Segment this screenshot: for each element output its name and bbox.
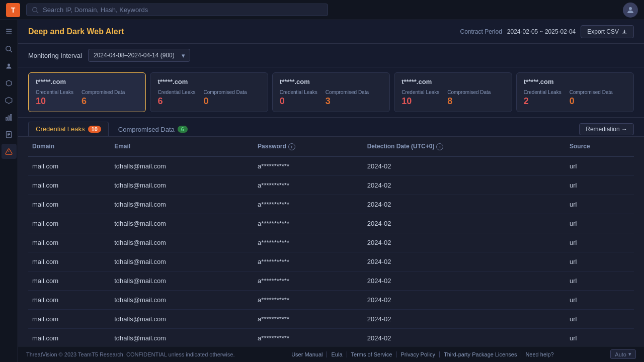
- cell-password-1: a***********: [254, 175, 363, 195]
- cell-domain-9: mail.com: [28, 328, 110, 346]
- cell-date-4: 2024-02: [363, 233, 566, 252]
- table-row: mail.comtdhalls@mail.coma***********2024…: [28, 156, 634, 175]
- cell-email-4: tdhalls@mail.com: [110, 233, 254, 252]
- cell-date-3: 2024-02: [363, 214, 566, 233]
- avatar[interactable]: [623, 3, 638, 18]
- avatar-icon: [626, 6, 635, 15]
- col-header-1: Email: [110, 137, 254, 156]
- export-csv-button[interactable]: Export CSV: [581, 25, 634, 38]
- search-icon: [32, 7, 39, 14]
- interval-select[interactable]: 2024-04-08–2024-04-14 (900): [88, 49, 190, 62]
- domain-card-3[interactable]: t*****.com Credential Leaks 10 Compromis…: [394, 72, 512, 112]
- cell-domain-3: mail.com: [28, 214, 110, 233]
- stat-credential-2: Credential Leaks 0: [280, 89, 317, 107]
- sidebar-item-document[interactable]: [2, 127, 17, 142]
- auto-label: Auto: [615, 351, 626, 357]
- domain-name-3: t*****.com: [401, 78, 504, 85]
- search-bar[interactable]: Search IP, Domain, Hash, Keywords: [26, 4, 328, 16]
- sidebar-item-alert[interactable]: [2, 144, 17, 159]
- table-header-row: DomainEmailPasswordiDetection Date (UTC+…: [28, 137, 634, 156]
- cell-password-9: a***********: [254, 328, 363, 346]
- info-icon[interactable]: i: [436, 143, 443, 150]
- domain-cards: t*****.com Credential Leaks 10 Compromis…: [18, 67, 644, 118]
- col-header-0: Domain: [28, 137, 110, 156]
- cell-domain-7: mail.com: [28, 290, 110, 309]
- cell-password-5: a***********: [254, 252, 363, 271]
- cell-email-1: tdhalls@mail.com: [110, 175, 254, 195]
- sidebar-item-menu[interactable]: ☰: [2, 24, 17, 39]
- svg-point-5: [8, 63, 10, 66]
- card-stats-4: Credential Leaks 2 Compromised Data 0: [524, 89, 626, 107]
- domain-card-0[interactable]: t*****.com Credential Leaks 10 Compromis…: [28, 72, 146, 112]
- contract-value: 2024-02-05 ~ 2025-02-04: [507, 28, 576, 35]
- svg-line-1: [37, 11, 39, 13]
- cell-date-5: 2024-02: [363, 252, 566, 271]
- table-row: mail.comtdhalls@mail.coma***********2024…: [28, 233, 634, 252]
- cell-email-9: tdhalls@mail.com: [110, 328, 254, 346]
- table-row: mail.comtdhalls@mail.coma***********2024…: [28, 214, 634, 233]
- sidebar-item-tags[interactable]: [2, 75, 17, 90]
- cell-email-6: tdhalls@mail.com: [110, 271, 254, 290]
- sidebar-item-user[interactable]: [2, 58, 17, 73]
- monitoring-label: Monitoring Interval: [28, 52, 82, 59]
- cell-source-8: url: [566, 309, 634, 328]
- cell-password-6: a***********: [254, 271, 363, 290]
- footer-link-1[interactable]: Eula: [327, 351, 347, 357]
- table-body: mail.comtdhalls@mail.coma***********2024…: [28, 156, 634, 346]
- cell-date-9: 2024-02: [363, 328, 566, 346]
- domain-name-2: t*****.com: [280, 78, 382, 85]
- footer-link-5[interactable]: Need help?: [521, 351, 557, 357]
- cell-date-2: 2024-02: [363, 195, 566, 214]
- tab-1[interactable]: Compromised Data6: [111, 122, 195, 136]
- cell-email-3: tdhalls@mail.com: [110, 214, 254, 233]
- table-row: mail.comtdhalls@mail.coma***********2024…: [28, 252, 634, 271]
- footer-link-3[interactable]: Privacy Policy: [396, 351, 439, 357]
- col-header-3: Detection Date (UTC+0)i: [363, 137, 566, 156]
- table-row: mail.comtdhalls@mail.coma***********2024…: [28, 290, 634, 309]
- domain-name-4: t*****.com: [524, 78, 626, 85]
- domain-card-1[interactable]: t*****.com Credential Leaks 6 Compromise…: [150, 72, 268, 112]
- stat-credential-3: Credential Leaks 10: [401, 89, 439, 107]
- svg-rect-7: [6, 117, 8, 120]
- cell-date-8: 2024-02: [363, 309, 566, 328]
- tab-label-0: Credential Leaks: [36, 125, 85, 133]
- cell-email-8: tdhalls@mail.com: [110, 309, 254, 328]
- sidebar-item-chart[interactable]: [2, 110, 17, 125]
- tab-0[interactable]: Credential Leaks10: [28, 122, 109, 136]
- cell-email-5: tdhalls@mail.com: [110, 252, 254, 271]
- footer-link-2[interactable]: Terms of Service: [347, 351, 397, 357]
- sidebar-item-network[interactable]: [2, 93, 17, 108]
- svg-rect-8: [8, 116, 10, 120]
- card-stats-3: Credential Leaks 10 Compromised Data 8: [401, 89, 504, 107]
- contract-period: Contract Period 2024-02-05 ~ 2025-02-04 …: [460, 25, 634, 38]
- info-icon[interactable]: i: [288, 143, 295, 150]
- sidebar-item-search[interactable]: [2, 41, 17, 56]
- table-container: DomainEmailPasswordiDetection Date (UTC+…: [18, 137, 644, 346]
- cell-source-2: url: [566, 195, 634, 214]
- footer-link-0[interactable]: User Manual: [287, 351, 327, 357]
- cell-date-1: 2024-02: [363, 175, 566, 195]
- cell-source-0: url: [566, 156, 634, 175]
- interval-select-wrapper[interactable]: 2024-04-08–2024-04-14 (900): [88, 49, 190, 62]
- cell-date-0: 2024-02: [363, 156, 566, 175]
- cell-password-0: a***********: [254, 156, 363, 175]
- cell-email-0: tdhalls@mail.com: [110, 156, 254, 175]
- cell-domain-5: mail.com: [28, 252, 110, 271]
- domain-card-2[interactable]: t*****.com Credential Leaks 0 Compromise…: [272, 72, 390, 112]
- remediation-button[interactable]: Remediation →: [579, 123, 634, 135]
- footer-right: Auto ▾: [610, 349, 636, 359]
- stat-compromised-4: Compromised Data 0: [570, 89, 613, 107]
- cell-domain-0: mail.com: [28, 156, 110, 175]
- auto-badge[interactable]: Auto ▾: [610, 349, 636, 359]
- auto-chevron-icon: ▾: [628, 351, 631, 357]
- cell-domain-8: mail.com: [28, 309, 110, 328]
- cell-source-9: url: [566, 328, 634, 346]
- download-icon: [621, 29, 627, 35]
- footer-link-4[interactable]: Third-party Package Licenses: [440, 351, 522, 357]
- domain-card-4[interactable]: t*****.com Credential Leaks 2 Compromise…: [516, 72, 634, 112]
- table-row: mail.comtdhalls@mail.coma***********2024…: [28, 328, 634, 346]
- table-row: mail.comtdhalls@mail.coma***********2024…: [28, 195, 634, 214]
- card-stats-1: Credential Leaks 6 Compromised Data 0: [157, 89, 260, 107]
- svg-point-2: [629, 7, 632, 10]
- stat-credential-1: Credential Leaks 6: [157, 89, 195, 107]
